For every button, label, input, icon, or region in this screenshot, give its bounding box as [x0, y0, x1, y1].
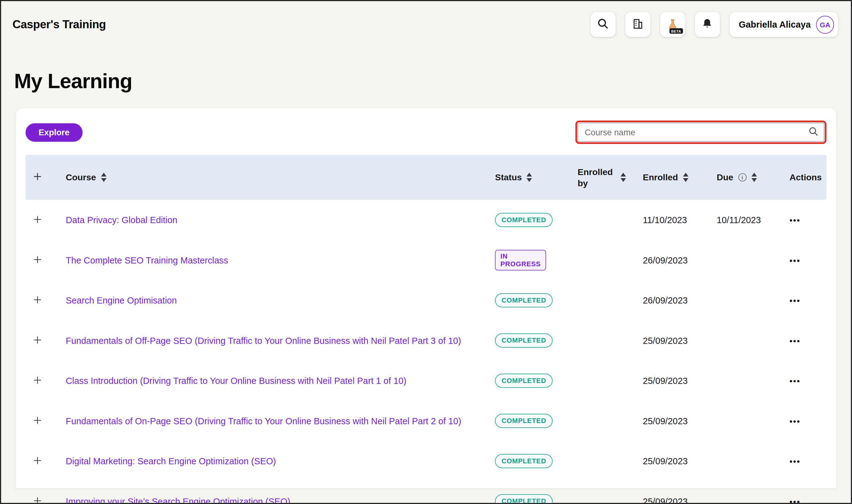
course-link[interactable]: Fundamentals of On-Page SEO (Driving Tra… — [66, 416, 461, 426]
column-header-enrolled: Enrolled — [643, 172, 678, 182]
status-badge: COMPLETED — [495, 333, 553, 347]
status-badge: COMPLETED — [495, 374, 553, 388]
sort-enrolled-by[interactable] — [621, 173, 626, 182]
table-row: The Complete SEO Training Masterclass IN… — [25, 240, 827, 281]
my-learning-card: Explore Course Sta — [16, 108, 836, 488]
plus-icon — [33, 336, 42, 346]
search-icon — [809, 126, 818, 139]
enrolled-date: 11/10/2023 — [635, 215, 709, 225]
row-actions-button[interactable]: ••• — [789, 456, 800, 466]
enrolled-date: 25/09/2023 — [635, 376, 709, 386]
beta-badge: BETA — [670, 28, 683, 34]
status-badge: COMPLETED — [495, 454, 553, 468]
enrolled-date: 25/09/2023 — [635, 416, 709, 426]
status-badge: COMPLETED — [495, 414, 553, 428]
expand-row-button[interactable] — [32, 214, 43, 226]
plus-icon — [33, 295, 42, 305]
expand-row-button[interactable] — [32, 254, 43, 266]
course-search-input[interactable] — [578, 123, 824, 142]
row-actions-button[interactable]: ••• — [789, 336, 800, 345]
row-actions-button[interactable]: ••• — [789, 416, 800, 426]
course-link[interactable]: Fundamentals of Off-Page SEO (Driving Tr… — [66, 336, 461, 345]
sort-status[interactable] — [527, 173, 533, 182]
avatar: GA — [816, 16, 834, 34]
page-title: My Learning — [14, 70, 851, 93]
enrolled-date: 26/09/2023 — [635, 255, 709, 265]
topbar: Casper's Training BETA — [1, 1, 851, 37]
user-menu[interactable]: Gabriella Alicaya GA — [730, 12, 838, 37]
status-badge: IN PROGRESS — [495, 250, 546, 271]
enrolled-date: 25/09/2023 — [635, 496, 709, 504]
notifications-button[interactable] — [695, 12, 720, 37]
plus-icon — [33, 215, 42, 225]
organization-button[interactable] — [625, 12, 651, 37]
expand-row-button[interactable] — [32, 455, 43, 467]
due-info-icon[interactable]: i — [738, 173, 746, 181]
course-link[interactable]: The Complete SEO Training Masterclass — [66, 255, 228, 265]
enrolled-date: 25/09/2023 — [635, 456, 709, 466]
search-icon — [597, 18, 608, 31]
enrolled-date: 25/09/2023 — [635, 336, 709, 346]
table-row: Fundamentals of Off-Page SEO (Driving Tr… — [25, 321, 827, 361]
explore-button[interactable]: Explore — [25, 123, 83, 142]
topbar-actions: BETA Gabriella Alicaya GA — [581, 12, 838, 37]
expand-row-button[interactable] — [32, 294, 43, 307]
course-link[interactable]: Search Engine Optimisation — [66, 295, 177, 305]
row-actions-button[interactable]: ••• — [789, 497, 800, 504]
column-header-status: Status — [495, 172, 522, 182]
expand-row-button[interactable] — [32, 375, 43, 387]
sort-course[interactable] — [101, 173, 107, 182]
table-row: Improving your Site’s Search Engine Opti… — [25, 481, 827, 504]
expand-row-button[interactable] — [32, 334, 43, 347]
column-header-course: Course — [66, 172, 96, 182]
user-name: Gabriella Alicaya — [739, 19, 811, 30]
screen: Casper's Training BETA — [0, 0, 852, 504]
course-link[interactable]: Digital Marketing: Search Engine Optimiz… — [66, 456, 276, 466]
column-header-enrolled-by: Enrolled by — [578, 166, 616, 188]
table-row: Class Introduction (Driving Traffic to Y… — [25, 361, 827, 401]
row-actions-button[interactable]: ••• — [789, 296, 800, 305]
sort-due[interactable] — [751, 173, 757, 182]
course-search-highlight — [575, 121, 827, 144]
table-row: Search Engine Optimisation COMPLETED 26/… — [25, 280, 827, 321]
row-actions-button[interactable]: ••• — [789, 376, 800, 385]
table-header: Course Status Enrolled by Enrolled Due i — [25, 155, 827, 200]
search-button[interactable] — [590, 12, 616, 37]
notifications-bell-icon — [702, 18, 713, 31]
status-badge: COMPLETED — [495, 213, 553, 227]
labs-beta-button[interactable]: BETA — [660, 12, 685, 37]
status-badge: COMPLETED — [495, 494, 553, 504]
course-link[interactable]: Data Privacy: Global Edition — [66, 215, 178, 225]
plus-icon — [33, 456, 42, 466]
expand-row-button[interactable] — [32, 415, 43, 427]
expand-row-button[interactable] — [32, 495, 43, 504]
sort-enrolled[interactable] — [683, 173, 688, 182]
plus-icon — [33, 496, 42, 504]
plus-icon — [33, 416, 42, 426]
organization-building-icon — [632, 18, 644, 31]
table-row: Fundamentals of On-Page SEO (Driving Tra… — [25, 401, 827, 441]
row-actions-button[interactable]: ••• — [789, 215, 800, 225]
plus-icon — [33, 172, 42, 182]
card-toolbar: Explore — [25, 121, 827, 144]
plus-icon — [33, 255, 42, 265]
expand-all-button[interactable] — [32, 171, 43, 183]
app-title: Casper's Training — [13, 18, 106, 31]
course-link[interactable]: Class Introduction (Driving Traffic to Y… — [66, 376, 406, 385]
plus-icon — [33, 376, 42, 386]
status-badge: COMPLETED — [495, 293, 553, 308]
table-row: Digital Marketing: Search Engine Optimiz… — [25, 441, 827, 481]
table-body: Data Privacy: Global Edition COMPLETED 1… — [25, 200, 827, 504]
enrolled-date: 26/09/2023 — [635, 295, 709, 305]
column-header-actions: Actions — [789, 172, 822, 182]
course-link[interactable]: Improving your Site’s Search Engine Opti… — [66, 496, 290, 504]
table-row: Data Privacy: Global Edition COMPLETED 1… — [25, 200, 827, 240]
due-date: 10/11/2023 — [709, 215, 780, 225]
row-actions-button[interactable]: ••• — [789, 255, 800, 265]
column-header-due: Due — [716, 172, 733, 182]
